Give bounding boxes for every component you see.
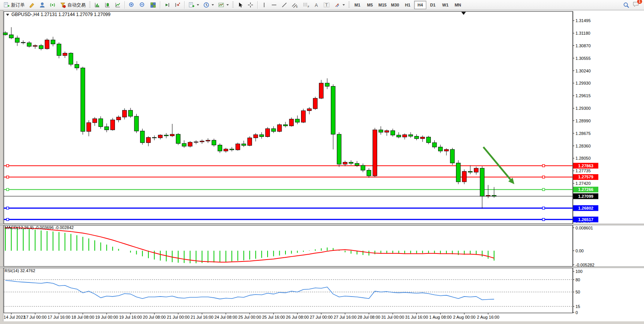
fibonacci-button[interactable]: F	[301, 0, 311, 10]
zoom-in-icon	[129, 2, 135, 8]
candle	[319, 83, 323, 98]
price-tick-label: 1.30870	[575, 43, 591, 48]
trendline-icon	[281, 2, 287, 8]
line-handle[interactable]	[542, 176, 545, 178]
time-tick-label: 18 Jul 08:00	[72, 315, 94, 319]
price-badge-1.27579: 1.27579	[573, 174, 598, 180]
svg-text:1.27579: 1.27579	[578, 175, 593, 179]
crosshair-icon	[247, 2, 253, 8]
rsi-axis-label: 50	[575, 290, 580, 294]
time-tick-label: 28 Jul 08:00	[357, 315, 380, 319]
line-handle[interactable]	[6, 218, 9, 221]
candle	[385, 131, 389, 132]
time-tick-label: 31 Jul 00:00	[381, 315, 404, 319]
line-handle[interactable]	[542, 207, 545, 209]
candle	[21, 42, 25, 43]
line-handle[interactable]	[6, 207, 9, 209]
tf-button-H4[interactable]: H4	[414, 1, 426, 9]
candle	[170, 134, 174, 136]
price-tick-label: 1.30555	[575, 56, 591, 61]
new-chart-button[interactable]	[187, 0, 201, 10]
periods-button[interactable]	[201, 0, 216, 10]
tf-button-M5[interactable]: M5	[364, 1, 376, 9]
cursor-button[interactable]	[235, 0, 245, 10]
new-order-button[interactable]: 新订单	[2, 0, 27, 10]
tf-button-W1[interactable]: W1	[439, 1, 451, 9]
time-tick-label: 27 Jul 16:00	[334, 315, 357, 319]
auto-trading-label: 自动交易	[67, 2, 86, 8]
line-handle[interactable]	[6, 165, 9, 167]
rsi-label: RSI(14) 32.4762	[5, 268, 35, 273]
toolbar-grip	[89, 2, 91, 8]
svg-text:1.27099: 1.27099	[578, 194, 593, 199]
zoom-out-icon	[139, 2, 146, 8]
candle	[33, 46, 37, 47]
new-chart-caret	[197, 4, 199, 6]
svg-text:T: T	[325, 3, 328, 7]
tf-button-MN[interactable]: MN	[452, 1, 464, 9]
metaeditor-button[interactable]	[27, 0, 37, 10]
time-axis[interactable]: 14 Jul 202317 Jul 00:0017 Jul 16:0018 Ju…	[4, 313, 499, 319]
line-chart-button[interactable]	[113, 0, 123, 10]
price-tick-label: 1.27420	[575, 181, 591, 186]
tf-button-D1[interactable]: D1	[427, 1, 439, 9]
vertical-line-button[interactable]	[260, 0, 269, 10]
candle	[164, 135, 168, 136]
text-label-button[interactable]: T	[321, 0, 332, 10]
channel-button[interactable]: E	[290, 0, 300, 10]
crosshair-button[interactable]	[245, 0, 255, 10]
candle	[206, 140, 210, 141]
tf-button-M1[interactable]: M1	[351, 1, 363, 9]
tile-windows-button[interactable]	[148, 0, 158, 10]
candle	[301, 111, 306, 122]
candle	[361, 165, 365, 170]
chart-shift-button[interactable]	[172, 0, 182, 10]
signals-button[interactable]	[48, 0, 57, 10]
time-tick-label: 1 Aug 08:00	[429, 315, 452, 319]
tf-button-M30[interactable]: M30	[389, 1, 401, 9]
line-handle[interactable]	[6, 188, 9, 191]
time-tick-label: 2 Aug 00:00	[453, 315, 475, 319]
candlestick-button[interactable]	[102, 0, 112, 10]
candle	[27, 43, 31, 46]
tf-button-H1[interactable]: H1	[402, 1, 414, 9]
candle	[92, 119, 97, 122]
time-tick-label: 19 Jul 16:00	[119, 315, 142, 319]
price-axis[interactable]: 1.314951.311801.308701.305551.302401.299…	[573, 18, 591, 223]
toolbar-separator	[124, 1, 125, 9]
zoom-out-button[interactable]	[137, 0, 148, 10]
crayon-icon	[29, 2, 35, 8]
time-tick-label: 25 Jul 16:00	[262, 315, 285, 319]
price-tick-label: 1.28675	[575, 131, 591, 136]
indicators-button[interactable]	[216, 0, 231, 10]
tf-button-M15[interactable]: M15	[376, 1, 389, 9]
candle	[253, 135, 258, 138]
line-handle[interactable]	[542, 218, 545, 221]
candle	[408, 135, 413, 136]
text-button[interactable]: A	[312, 0, 321, 10]
svg-text:1.27266: 1.27266	[578, 187, 593, 192]
candle	[158, 135, 163, 138]
zoom-in-button[interactable]	[127, 0, 137, 10]
community-button[interactable]	[37, 0, 47, 10]
candle	[87, 123, 91, 132]
notifications-button[interactable]: 1	[633, 1, 639, 9]
auto-trading-button[interactable]: 自动交易	[58, 0, 88, 10]
price-chart[interactable]: 1.314951.311801.308701.305551.302401.299…	[0, 0, 644, 324]
search-icon[interactable]	[623, 2, 630, 8]
line-handle[interactable]	[6, 176, 9, 178]
tile-windows-icon	[150, 2, 156, 8]
line-handle[interactable]	[542, 165, 545, 167]
bar-chart-button[interactable]	[92, 0, 102, 10]
candle	[242, 144, 246, 145]
candle	[9, 35, 13, 38]
text-label-icon: T	[323, 2, 330, 8]
horizontal-line-button[interactable]	[269, 0, 279, 10]
trendline-button[interactable]	[279, 0, 289, 10]
arrows-button[interactable]	[332, 0, 347, 10]
auto-scroll-button[interactable]	[162, 0, 172, 10]
line-handle[interactable]	[542, 188, 545, 191]
candle	[379, 130, 383, 132]
toolbar-separator	[160, 1, 160, 9]
candle	[260, 135, 264, 136]
